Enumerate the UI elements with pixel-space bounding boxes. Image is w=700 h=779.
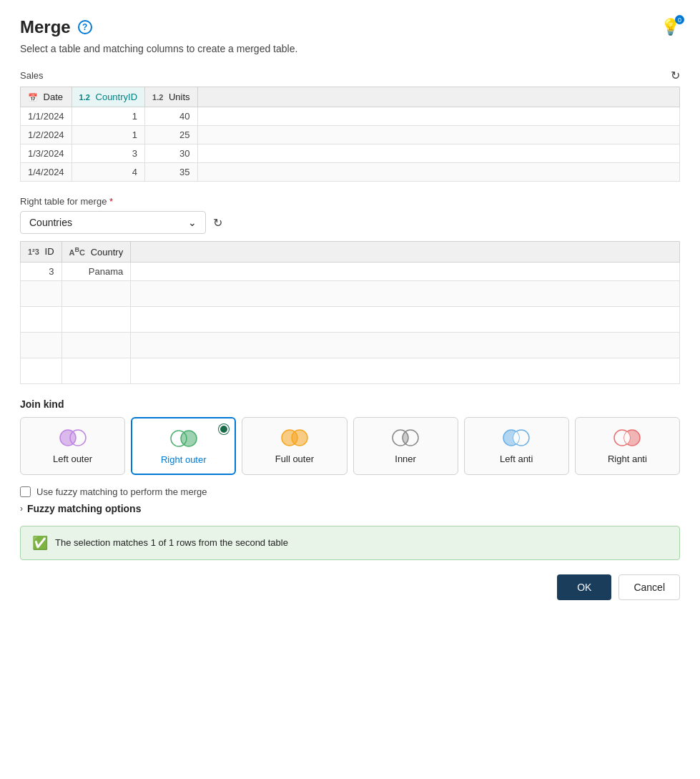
required-indicator: * [109, 196, 113, 207]
left-anti-label: Left anti [500, 454, 533, 464]
dropdown-value: Countries [29, 217, 72, 228]
join-card-right-anti[interactable]: Right anti [575, 417, 680, 475]
table-row: 1/2/2024125 [21, 126, 680, 144]
full-outer-label: Full outer [275, 454, 314, 464]
empty-row [21, 280, 680, 306]
ok-button[interactable]: OK [557, 574, 611, 600]
join-card-inner[interactable]: Inner [353, 417, 458, 475]
inner-label: Inner [395, 454, 416, 464]
success-icon: ✅ [32, 535, 48, 551]
sales-section-header: Sales ↻ [20, 69, 680, 82]
join-card-right-outer[interactable]: Right outer [131, 417, 236, 475]
fuzzy-checkbox[interactable] [20, 486, 31, 497]
right-outer-label: Right outer [161, 454, 207, 465]
countries-col-empty [131, 242, 680, 263]
sales-col-countryid[interactable]: 1.2 CountryID [72, 87, 144, 107]
empty-row [21, 332, 680, 358]
title-area: Merge ? [20, 17, 92, 37]
sales-col-date[interactable]: 📅 Date [21, 87, 72, 107]
sales-table: 📅 Date 1.2 CountryID 1.2 Units 1/1/20241… [20, 87, 680, 182]
join-card-full-outer[interactable]: Full outer [242, 417, 347, 475]
sales-label: Sales [20, 70, 44, 81]
fuzzy-checkbox-label[interactable]: Use fuzzy matching to perform the merge [36, 486, 207, 497]
chevron-right-icon: › [20, 504, 23, 514]
join-kind-label: Join kind [20, 398, 680, 410]
empty-row [21, 306, 680, 332]
sales-refresh-icon[interactable]: ↻ [671, 69, 680, 82]
inner-icon [388, 428, 423, 448]
table-row: 1/1/2024140 [21, 107, 680, 126]
right-table-label: Right table for merge * [20, 196, 680, 207]
join-options-container: Left outer Right outer Full outer Inner [20, 417, 680, 475]
right-anti-icon [610, 428, 644, 448]
lightbulb-container: 💡 0 [661, 18, 680, 36]
fuzzy-options-row[interactable]: › Fuzzy matching options [20, 503, 680, 514]
left-outer-label: Left outer [53, 454, 92, 464]
right-anti-label: Right anti [608, 454, 647, 464]
notification-badge: 0 [675, 15, 684, 24]
svg-point-0 [60, 430, 76, 446]
chevron-down-icon: ⌄ [188, 217, 197, 228]
table-row: 3 Panama [21, 262, 680, 280]
countries-table: 1²3 ID ABC Country 3 Panama [20, 241, 680, 384]
sales-col-units[interactable]: 1.2 Units [145, 87, 198, 107]
right-table-refresh-icon[interactable]: ↻ [213, 216, 222, 230]
fuzzy-options-label: Fuzzy matching options [27, 503, 141, 514]
right-outer-icon [167, 428, 201, 449]
left-outer-icon [56, 428, 90, 448]
right-table-dropdown[interactable]: Countries ⌄ [20, 211, 206, 234]
right-table-dropdown-row: Countries ⌄ ↻ [20, 211, 680, 234]
countries-col-id[interactable]: 1²3 ID [21, 242, 62, 263]
table-row: 1/4/2024435 [21, 163, 680, 182]
selected-indicator [219, 424, 229, 434]
help-icon[interactable]: ? [78, 20, 92, 34]
join-card-left-outer[interactable]: Left outer [20, 417, 125, 475]
header: Merge ? 💡 0 [20, 17, 680, 37]
cancel-button[interactable]: Cancel [618, 574, 680, 600]
page-title: Merge [20, 17, 71, 37]
subtitle: Select a table and matching columns to c… [20, 43, 680, 54]
table-row: 1/3/2024330 [21, 144, 680, 163]
sales-col-empty [197, 87, 679, 107]
success-text: The selection matches 1 of 1 rows from t… [55, 537, 288, 548]
join-card-left-anti[interactable]: Left anti [464, 417, 569, 475]
fuzzy-checkbox-row: Use fuzzy matching to perform the merge [20, 486, 680, 497]
full-outer-icon [277, 428, 312, 448]
svg-point-3 [181, 431, 197, 446]
countries-col-country[interactable]: ABC Country [61, 242, 131, 263]
svg-point-5 [292, 430, 307, 446]
left-anti-icon [499, 428, 533, 448]
bottom-buttons: OK Cancel [20, 574, 680, 600]
success-banner: ✅ The selection matches 1 of 1 rows from… [20, 526, 680, 560]
empty-row [21, 358, 680, 383]
